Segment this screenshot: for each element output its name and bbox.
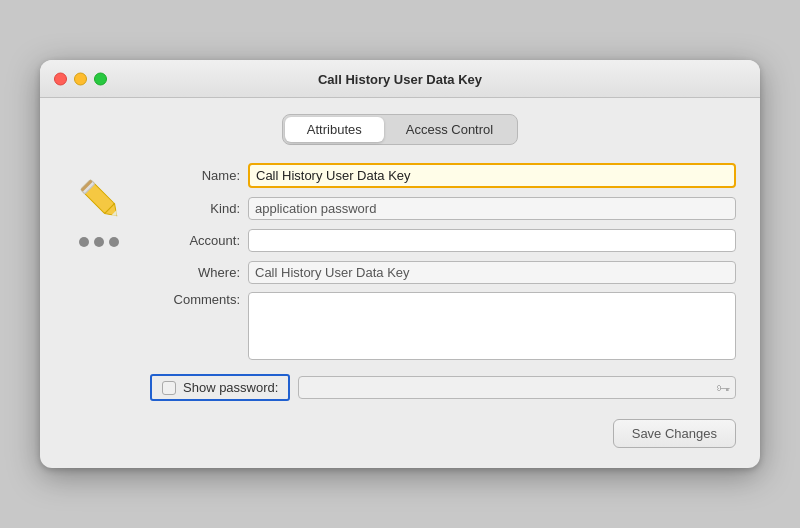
tab-attributes[interactable]: Attributes [285,117,384,142]
icon-area [64,163,134,401]
window-title: Call History User Data Key [318,72,482,87]
where-input [248,261,736,284]
form-area: Name: Kind: Account: Where: Comments: [150,163,736,401]
account-label: Account: [150,233,240,248]
show-password-section: Show password: 🗝 [150,374,736,401]
where-label: Where: [150,265,240,280]
traffic-lights [54,72,107,85]
close-button[interactable] [54,72,67,85]
content-area: Attributes Access Control [40,98,760,468]
tab-bar: Attributes Access Control [64,114,736,145]
name-input[interactable] [248,163,736,188]
password-field-wrapper: 🗝 [298,376,736,399]
dot-3 [109,237,119,247]
maximize-button[interactable] [94,72,107,85]
kind-label: Kind: [150,201,240,216]
show-password-box: Show password: [150,374,290,401]
name-label: Name: [150,168,240,183]
pencil-icon [72,171,126,225]
save-changes-button[interactable]: Save Changes [613,419,736,448]
show-password-checkbox[interactable] [162,381,176,395]
tab-group: Attributes Access Control [282,114,518,145]
show-password-label: Show password: [183,380,278,395]
name-row: Name: [150,163,736,188]
account-input[interactable] [248,229,736,252]
password-input[interactable] [298,376,736,399]
kind-row: Kind: [150,196,736,220]
comments-label: Comments: [150,292,240,307]
dots-area [79,237,119,247]
main-window: Call History User Data Key Attributes Ac… [40,60,760,468]
where-row: Where: [150,260,736,284]
dot-2 [94,237,104,247]
comments-row: Comments: [150,292,736,360]
kind-input [248,197,736,220]
titlebar: Call History User Data Key [40,60,760,98]
account-row: Account: [150,228,736,252]
main-content: Name: Kind: Account: Where: Comments: [64,163,736,401]
minimize-button[interactable] [74,72,87,85]
comments-input[interactable] [248,292,736,360]
footer: Save Changes [64,415,736,448]
dot-1 [79,237,89,247]
tab-access-control[interactable]: Access Control [384,117,515,142]
key-icon: 🗝 [716,380,730,396]
